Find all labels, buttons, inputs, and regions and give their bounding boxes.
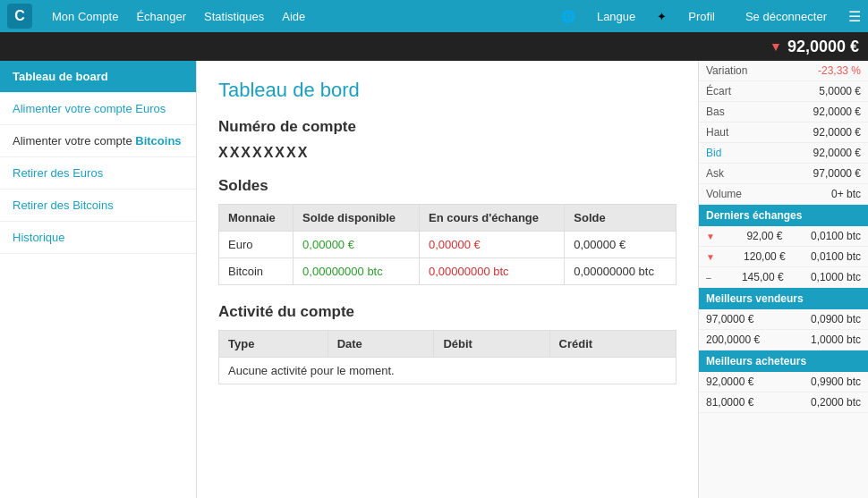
stat-ecart: Écart 5,0000 € xyxy=(699,81,868,102)
stat-bas: Bas 92,0000 € xyxy=(699,102,868,122)
cell-monnaie-btc: Bitcoin xyxy=(219,258,294,285)
acheteur-amount-0: 0,9900 btc xyxy=(811,376,861,388)
acheteur-price-1: 81,0000 € xyxy=(706,396,753,409)
nav-langue[interactable]: Langue xyxy=(597,10,635,23)
vendeur-amount-1: 1,0000 btc xyxy=(811,333,861,346)
vendeur-row: 97,0000 € 0,0900 btc xyxy=(699,309,868,330)
table-row-empty: Aucune activité pour le moment. xyxy=(219,358,677,384)
col-dispo: Solde disponible xyxy=(294,205,420,232)
activite-title: Activité du compte xyxy=(218,303,677,321)
nav-aide[interactable]: Aide xyxy=(282,10,305,23)
col-debit: Débit xyxy=(434,331,549,358)
ticker-bar: ▼ 92,0000 € xyxy=(0,32,868,61)
col-type: Type xyxy=(219,331,328,358)
vendeur-row: 200,0000 € 1,0000 btc xyxy=(699,330,868,350)
col-date: Date xyxy=(328,331,434,358)
link-alimenter-euros[interactable]: Alimenter votre compte Euros xyxy=(13,102,166,115)
nav-statistiques[interactable]: Statistiques xyxy=(204,10,264,23)
acheteurs-header: Meilleurs acheteurs xyxy=(699,350,868,372)
nav-right: 🌐 Langue ✦ Profil Se déconnecter ☰ xyxy=(561,8,861,25)
cell-dispo-btc: 0,00000000 btc xyxy=(294,258,420,285)
trade-arrow-2: – xyxy=(706,273,711,283)
table-row: Bitcoin 0,00000000 btc 0,00000000 btc 0,… xyxy=(219,258,677,285)
cell-monnaie-euro: Euro xyxy=(219,232,294,258)
trade-price-2: 145,00 € xyxy=(742,271,784,283)
acheteur-row: 92,0000 € 0,9900 btc xyxy=(699,372,868,392)
soldes-title: Soldes xyxy=(218,177,677,195)
sidebar-item-retirer-euros[interactable]: Retirer des Euros xyxy=(0,157,196,190)
trade-price-0: 92,00 € xyxy=(746,230,782,242)
sidebar-item-historique[interactable]: Historique xyxy=(0,222,196,254)
activite-table: Type Date Débit Crédit Aucune activité p… xyxy=(218,330,677,384)
sidebar-item-retirer-bitcoins[interactable]: Retirer des Bitcoins xyxy=(0,190,196,222)
sidebar: Tableau de board Alimenter votre compte … xyxy=(0,61,197,498)
top-nav: C Mon Compte Échanger Statistiques Aide … xyxy=(0,0,868,32)
cell-encours-btc: 0,00000000 btc xyxy=(419,258,564,285)
menu-icon[interactable]: ☰ xyxy=(848,8,861,25)
soldes-table: Monnaie Solde disponible En cours d'écha… xyxy=(218,204,677,285)
col-encours: En cours d'échange xyxy=(419,205,564,232)
trade-row: – 145,00 € 0,1000 btc xyxy=(699,267,868,288)
trade-amount-1: 0,0100 btc xyxy=(811,250,861,263)
cell-encours-euro: 0,00000 € xyxy=(419,232,564,258)
trade-amount-0: 0,0100 btc xyxy=(811,230,861,242)
cell-solde-btc: 0,00000000 btc xyxy=(565,258,677,285)
content-area: Tableau de bord Numéro de compte XXXXXXX… xyxy=(197,61,698,498)
stat-haut: Haut 92,0000 € xyxy=(699,122,868,143)
logo: C xyxy=(7,4,32,29)
link-alimenter-bitcoins[interactable]: Bitcoins xyxy=(135,134,181,148)
activite-empty: Aucune activité pour le moment. xyxy=(219,358,677,384)
vendeurs-header: Meilleurs vendeurs xyxy=(699,288,868,309)
link-retirer-bitcoins[interactable]: Retirer des Bitcoins xyxy=(13,198,114,212)
sidebar-item-alimenter-euros[interactable]: Alimenter votre compte Euros xyxy=(0,93,196,125)
vendeur-amount-0: 0,0900 btc xyxy=(811,313,861,325)
nav-profil[interactable]: Profil xyxy=(688,10,715,23)
stat-bid: Bid 92,0000 € xyxy=(699,143,868,164)
account-number: XXXXXXXX xyxy=(218,145,677,161)
sidebar-item-tableau[interactable]: Tableau de board xyxy=(0,61,196,93)
stat-variation: Variation -23,33 % xyxy=(699,61,868,81)
ticker-arrow-down: ▼ xyxy=(770,39,782,54)
stat-volume: Volume 0+ btc xyxy=(699,184,868,205)
trade-arrow-1: ▼ xyxy=(706,252,715,262)
link-retirer-euros[interactable]: Retirer des Euros xyxy=(13,166,103,180)
main-layout: Tableau de board Alimenter votre compte … xyxy=(0,61,868,498)
sidebar-item-alimenter-bitcoins[interactable]: Alimenter votre compte Bitcoins xyxy=(0,125,196,157)
col-solde: Solde xyxy=(565,205,677,232)
acheteur-row: 81,0000 € 0,2000 btc xyxy=(699,392,868,413)
account-section-title: Numéro de compte xyxy=(218,118,677,136)
link-historique[interactable]: Historique xyxy=(13,231,65,244)
cell-solde-euro: 0,00000 € xyxy=(565,232,677,258)
table-row: Euro 0,00000 € 0,00000 € 0,00000 € xyxy=(219,232,677,258)
trade-row: ▼ 120,00 € 0,0100 btc xyxy=(699,247,868,267)
col-monnaie: Monnaie xyxy=(219,205,294,232)
derniers-echanges-header: Derniers échanges xyxy=(699,205,868,226)
stat-ask: Ask 97,0000 € xyxy=(699,164,868,184)
trade-amount-2: 0,1000 btc xyxy=(811,271,861,283)
col-credit: Crédit xyxy=(549,331,676,358)
trade-row: ▼ 92,00 € 0,0100 btc xyxy=(699,226,868,247)
nav-mon-compte[interactable]: Mon Compte xyxy=(52,10,118,23)
vendeur-price-0: 97,0000 € xyxy=(706,313,753,325)
right-panel: Variation -23,33 % Écart 5,0000 € Bas 92… xyxy=(698,61,868,498)
profile-icon: ✦ xyxy=(657,10,667,23)
nav-echanger[interactable]: Échanger xyxy=(136,10,186,23)
nav-deconnecter[interactable]: Se déconnecter xyxy=(745,10,827,23)
activite-section: Activité du compte Type Date Débit Crédi… xyxy=(218,303,677,384)
trade-arrow-0: ▼ xyxy=(706,232,715,241)
page-title: Tableau de bord xyxy=(218,79,677,102)
trade-price-1: 120,00 € xyxy=(744,250,786,263)
cell-dispo-euro: 0,00000 € xyxy=(294,232,420,258)
ticker-price: 92,0000 € xyxy=(787,38,859,56)
acheteur-price-0: 92,0000 € xyxy=(706,376,753,388)
globe-icon: 🌐 xyxy=(561,10,575,23)
vendeur-price-1: 200,0000 € xyxy=(706,333,760,346)
acheteur-amount-1: 0,2000 btc xyxy=(811,396,861,409)
